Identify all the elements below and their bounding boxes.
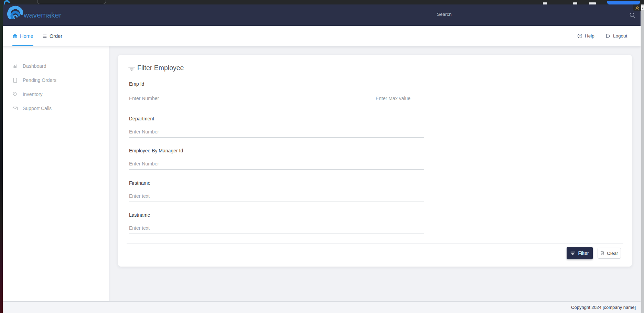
document-icon bbox=[12, 77, 18, 83]
field-label-emp-id: Emp Id bbox=[129, 81, 144, 87]
sidebar-item-support-calls[interactable]: Support Calls bbox=[3, 101, 109, 115]
nav-help-label: Help bbox=[585, 33, 594, 39]
sidebar-item-label: Pending Orders bbox=[23, 77, 56, 83]
sidebar: Dashboard Pending Orders Inventory Suppo… bbox=[3, 46, 109, 301]
search-box[interactable] bbox=[432, 10, 637, 22]
double-chevron-up-icon bbox=[635, 6, 640, 10]
nav-home-label: Home bbox=[20, 33, 33, 39]
list-icon bbox=[42, 34, 47, 39]
tag-icon bbox=[12, 91, 18, 97]
filter-icon bbox=[128, 66, 135, 73]
nav-logout[interactable]: Logout bbox=[605, 26, 627, 46]
collapse-preview-toolbar-button[interactable] bbox=[633, 4, 641, 11]
manager-id-input[interactable] bbox=[129, 158, 424, 170]
sidebar-item-label: Support Calls bbox=[23, 106, 52, 111]
content-area: Filter Employee Emp Id Department Employ… bbox=[109, 46, 641, 301]
logout-icon bbox=[605, 33, 611, 39]
brand: wavemaker bbox=[7, 6, 62, 22]
filter-button[interactable]: Filter bbox=[567, 247, 593, 259]
lastname-input[interactable] bbox=[129, 223, 424, 234]
studio-primary-button[interactable] bbox=[607, 1, 640, 4]
emp-id-max-input[interactable] bbox=[376, 93, 623, 104]
emp-id-min-input[interactable] bbox=[129, 93, 376, 104]
field-label-manager-id: Employee By Manager Id bbox=[129, 148, 183, 153]
sidebar-item-label: Inventory bbox=[23, 91, 43, 97]
app-header: wavemaker bbox=[3, 4, 641, 26]
sidebar-item-dashboard[interactable]: Dashboard bbox=[3, 59, 109, 73]
studio-topbar bbox=[0, 0, 644, 4]
bar-chart-icon bbox=[12, 63, 18, 69]
page-footer: Copyright 2024 [company name] bbox=[3, 301, 641, 313]
filter-button-label: Filter bbox=[578, 250, 589, 256]
brand-name: wavemaker bbox=[23, 11, 62, 22]
studio-url-input[interactable] bbox=[37, 0, 106, 4]
nav-tab-home[interactable]: Home bbox=[12, 26, 33, 46]
main-navbar: Home Order ? Help Logout bbox=[3, 26, 641, 46]
copyright-text: Copyright 2024 [company name] bbox=[571, 305, 636, 310]
sidebar-item-label: Dashboard bbox=[23, 63, 46, 69]
envelope-icon bbox=[12, 106, 18, 111]
svg-text:?: ? bbox=[579, 34, 581, 37]
clear-button-label: Clear bbox=[607, 251, 618, 256]
studio-toolbar-icon[interactable] bbox=[543, 2, 547, 4]
filter-icon bbox=[570, 251, 575, 255]
app-window: ▲ wavemaker Home Order ? bbox=[0, 0, 644, 313]
studio-logo-icon bbox=[4, 0, 10, 4]
clear-button[interactable]: Clear bbox=[598, 248, 621, 259]
department-input[interactable] bbox=[129, 126, 424, 138]
scrollbar-up-arrow[interactable]: ▲ bbox=[641, 6, 644, 10]
firstname-input[interactable] bbox=[129, 191, 424, 202]
studio-toolbar-icon[interactable] bbox=[573, 2, 577, 4]
card-footer-divider bbox=[127, 243, 623, 244]
field-label-firstname: Firstname bbox=[129, 180, 150, 186]
help-icon: ? bbox=[577, 33, 582, 39]
sidebar-item-inventory[interactable]: Inventory bbox=[3, 87, 109, 101]
field-label-department: Department bbox=[129, 116, 154, 121]
sidebar-item-pending-orders[interactable]: Pending Orders bbox=[3, 73, 109, 87]
studio-toolbar-icon[interactable] bbox=[589, 2, 596, 4]
browser-scrollbar[interactable]: ▲ bbox=[641, 4, 644, 313]
search-icon[interactable] bbox=[629, 12, 636, 20]
nav-help[interactable]: ? Help bbox=[577, 26, 594, 46]
desktop-background-strip bbox=[0, 4, 3, 313]
home-icon bbox=[12, 33, 18, 39]
nav-order-label: Order bbox=[50, 33, 62, 39]
nav-tab-order[interactable]: Order bbox=[42, 26, 62, 46]
field-label-lastname: Lastname bbox=[129, 212, 150, 218]
search-input[interactable] bbox=[436, 11, 623, 17]
filter-employee-card: Filter Employee Emp Id Department Employ… bbox=[118, 55, 632, 267]
trash-icon bbox=[600, 251, 604, 256]
nav-logout-label: Logout bbox=[613, 33, 627, 39]
panel-title: Filter Employee bbox=[137, 64, 184, 72]
wavemaker-logo-icon bbox=[7, 6, 23, 22]
